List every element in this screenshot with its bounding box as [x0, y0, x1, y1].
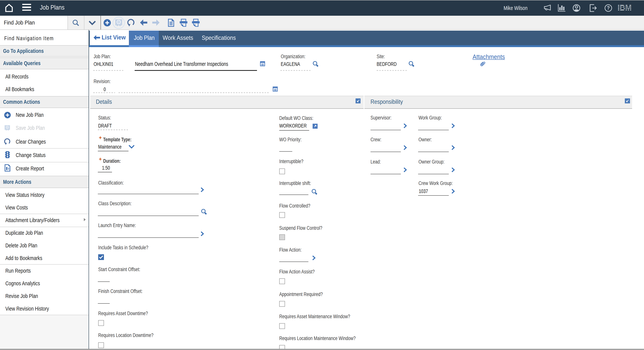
- svg-text:?: ?: [607, 5, 610, 10]
